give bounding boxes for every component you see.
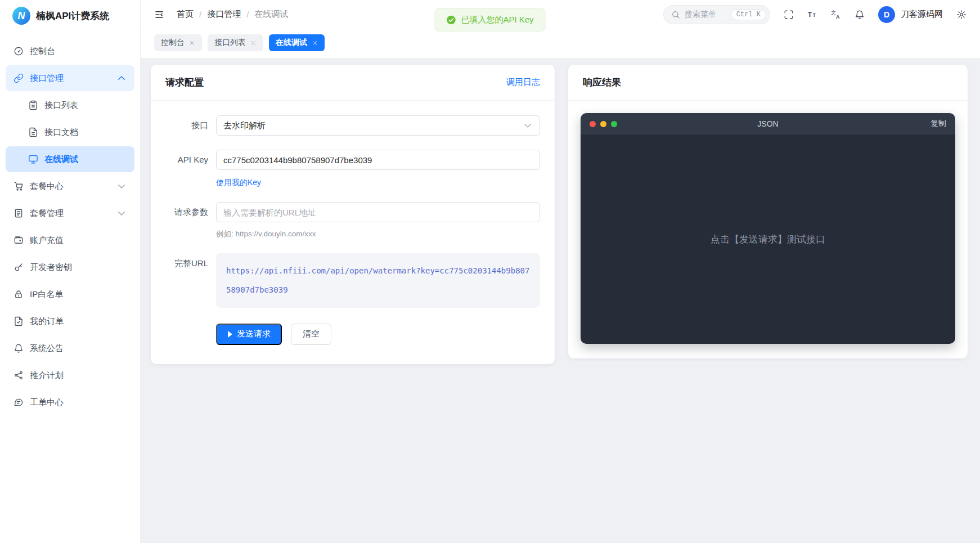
sidebar-item-tickets[interactable]: 工单中心 [6,389,134,415]
sidebar-item-package-management[interactable]: 套餐管理 [6,200,134,226]
traffic-light-dots [590,121,617,127]
svg-text:A: A [836,14,840,19]
full-url-label: 完整URL [165,253,208,308]
panel-title: 请求配置 [165,76,204,89]
api-key-label: API Key [165,150,208,188]
sidebar-item-label: 控制台 [30,46,127,57]
request-config-panel: 请求配置 调用日志 接口 去水印解析 API Key [151,65,555,364]
sidebar-item-label: 接口管理 [30,73,110,84]
green-dot-icon [611,121,617,127]
sidebar-item-announcements[interactable]: 系统公告 [6,335,134,361]
full-url-value: https://api.nfiii.com/api/open/watermark… [216,253,540,308]
sidebar-item-online-debug[interactable]: 在线调试 [6,146,134,172]
translate-icon[interactable]: 文A [831,10,841,20]
sidebar-item-dev-keys[interactable]: 开发者密钥 [6,254,134,280]
call-log-link[interactable]: 调用日志 [506,77,540,88]
search-placeholder: 搜索菜单 [685,10,726,20]
terminal-header: JSON 复制 [581,113,955,134]
tab-console[interactable]: 控制台 [154,34,202,51]
copy-button[interactable]: 复制 [930,119,946,129]
api-key-row: API Key 使用我的Key [165,150,540,188]
monitor-icon [28,154,38,164]
request-params-label: 请求参数 [165,202,208,239]
sidebar-item-label: 接口文档 [44,127,127,138]
sidebar-item-my-orders[interactable]: 我的订单 [6,308,134,334]
breadcrumb-api-management[interactable]: 接口管理 [207,9,241,20]
wallet-icon [14,235,24,245]
sidebar-item-label: IP白名单 [30,289,127,300]
chevron-down-icon [523,120,533,131]
clear-button[interactable]: 清空 [291,324,331,345]
breadcrumb: 首页 / 接口管理 / 在线调试 [177,9,288,20]
search-shortcut-badge: Ctrl K [731,9,766,20]
api-select[interactable]: 去水印解析 [216,115,540,136]
tab-online-debug[interactable]: 在线调试 [269,34,325,51]
svg-text:T: T [808,10,812,18]
request-params-input[interactable] [216,202,540,222]
breadcrumb-current: 在线调试 [254,9,288,20]
sidebar-item-ip-whitelist[interactable]: IP白名单 [6,281,134,307]
response-terminal: JSON 复制 点击【发送请求】测试接口 [581,113,955,344]
tab-label: 在线调试 [276,38,307,48]
sidebar-item-package-center[interactable]: 套餐中心 [6,173,134,199]
params-example-hint: 例如: https://v.douyin.com/xxx [216,229,540,239]
close-icon[interactable] [250,40,257,46]
sidebar-item-label: 系统公告 [30,343,127,354]
clear-label: 清空 [303,329,320,339]
tab-api-list[interactable]: 接口列表 [208,34,263,51]
app-logo[interactable]: N 楠枫API计费系统 [0,0,140,32]
api-select-label: 接口 [165,115,208,136]
sidebar-item-referral[interactable]: 推介计划 [6,362,134,388]
fullscreen-icon[interactable] [784,10,794,20]
search-input[interactable]: 搜索菜单 Ctrl K [663,5,770,24]
collapse-sidebar-icon[interactable] [154,10,164,20]
sidebar-item-recharge[interactable]: 账户充值 [6,227,134,253]
key-icon [14,262,24,272]
tab-label: 接口列表 [214,38,246,48]
breadcrumb-separator: / [199,10,201,19]
lock-icon [14,289,24,299]
sidebar-item-label: 开发者密钥 [30,262,127,273]
sidebar-item-label: 套餐管理 [30,208,110,219]
response-panel-header: 响应结果 [568,65,968,101]
logo-icon: N [12,7,30,25]
username: 刀客源码网 [901,9,943,20]
form-actions: 发送请求 清空 [216,324,540,345]
top-header: 首页 / 接口管理 / 在线调试 搜索菜单 Ctrl K TT 文A D 刀客源… [141,0,980,29]
close-icon[interactable] [189,40,195,46]
search-icon [671,10,680,19]
svg-text:文: 文 [831,10,836,15]
request-params-row: 请求参数 例如: https://v.douyin.com/xxx [165,202,540,239]
sidebar-item-console[interactable]: 控制台 [6,38,134,64]
document-icon [28,127,38,137]
send-request-button[interactable]: 发送请求 [216,324,282,345]
sidebar-item-label: 账户充值 [30,235,127,246]
svg-text:T: T [813,12,816,17]
app-title: 楠枫API计费系统 [36,10,109,23]
sidebar-item-label: 套餐中心 [30,181,110,192]
yellow-dot-icon [600,121,606,127]
header-actions: 搜索菜单 Ctrl K TT 文A D 刀客源码网 [663,5,966,24]
red-dot-icon [590,121,596,127]
breadcrumb-home[interactable]: 首页 [177,9,194,20]
font-size-icon[interactable]: TT [807,10,817,20]
sidebar-nav: 控制台 接口管理 接口列表 接口文档 在线调试 套餐中心 套餐管理 [0,32,140,422]
full-url-row: 完整URL https://api.nfiii.com/api/open/wat… [165,253,540,308]
use-my-key-link[interactable]: 使用我的Key [216,178,261,188]
response-panel: 响应结果 JSON 复制 点击【发送请求】测试接口 [568,65,968,358]
sidebar-item-label: 工单中心 [30,397,127,408]
api-key-input[interactable] [216,150,540,170]
user-menu[interactable]: D 刀客源码网 [878,6,943,23]
sidebar-item-label: 接口列表 [44,100,127,111]
main-area: 首页 / 接口管理 / 在线调试 搜索菜单 Ctrl K TT 文A D 刀客源… [141,0,980,543]
sidebar-item-api-docs[interactable]: 接口文档 [6,119,134,145]
panel-title: 响应结果 [583,76,621,89]
notification-bell-icon[interactable] [855,10,865,20]
settings-gear-icon[interactable] [956,10,966,20]
sidebar-item-api-management[interactable]: 接口管理 [6,65,134,91]
sidebar-item-api-list[interactable]: 接口列表 [6,92,134,118]
close-icon[interactable] [312,40,318,46]
breadcrumb-separator: / [246,10,249,19]
send-request-label: 发送请求 [237,329,271,339]
toast-message: 已填入您的API Key [461,15,533,25]
